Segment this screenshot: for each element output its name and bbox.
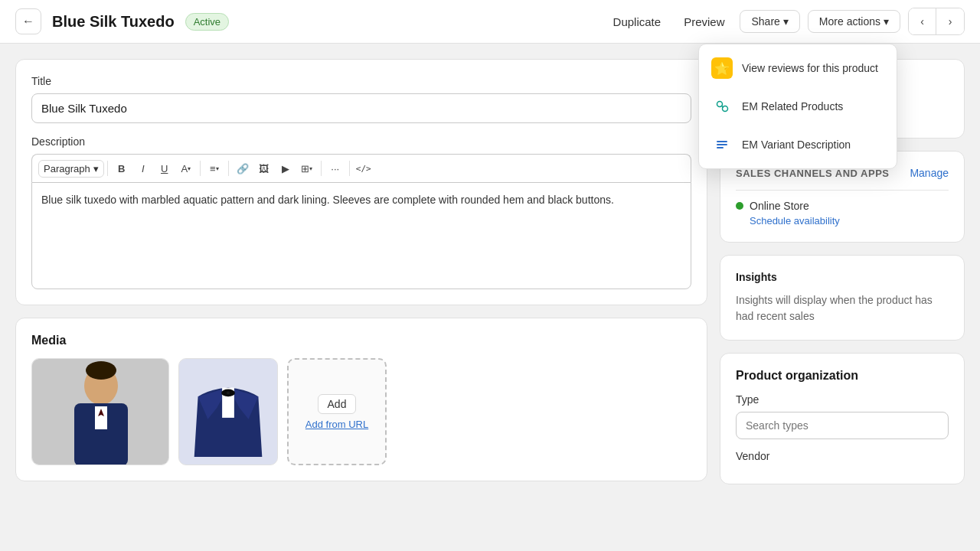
- media-grid: Add Add from URL: [31, 358, 691, 465]
- underline-button[interactable]: U: [154, 158, 175, 179]
- svg-point-10: [86, 361, 116, 380]
- top-bar: ← Blue Silk Tuxedo Active Duplicate Prev…: [0, 0, 980, 44]
- image-button[interactable]: 🖼: [253, 158, 275, 179]
- dropdown-item-reviews[interactable]: ⭐ View reviews for this product: [699, 49, 897, 87]
- toolbar-sep-2: [200, 161, 201, 176]
- duplicate-button[interactable]: Duplicate: [606, 11, 669, 33]
- svg-rect-2: [717, 141, 727, 142]
- channel-name-label: Online Store: [750, 200, 809, 212]
- source-button[interactable]: </>: [353, 158, 374, 179]
- more-actions-button[interactable]: More actions ▾: [808, 10, 900, 33]
- online-status-dot: [736, 202, 743, 210]
- preview-button[interactable]: Preview: [676, 11, 732, 33]
- toolbar-sep-5: [349, 161, 350, 176]
- description-editor[interactable]: Blue silk tuxedo with marbled aquatic pa…: [31, 182, 691, 289]
- star-icon: ⭐: [711, 57, 733, 79]
- description-label: Description: [31, 135, 691, 148]
- dropdown-item-related[interactable]: EM Related Products: [699, 87, 897, 126]
- title-input[interactable]: [31, 93, 691, 123]
- more-chevron-icon: ▾: [884, 15, 889, 28]
- bold-button[interactable]: B: [111, 158, 132, 179]
- manage-link[interactable]: Manage: [910, 167, 949, 179]
- media-section-title: Media: [31, 334, 691, 347]
- related-products-icon: [711, 96, 733, 117]
- media-item-1[interactable]: [31, 358, 169, 465]
- insights-description: Insights will display when the product h…: [736, 292, 949, 324]
- product-organization-card: Product organization Type Vendor: [720, 353, 965, 484]
- toolbar-sep-4: [321, 161, 322, 176]
- channel-item-online-store: Online Store Schedule availability: [736, 200, 949, 227]
- variant-description-icon: [711, 134, 733, 155]
- organization-title: Product organization: [736, 369, 949, 383]
- channel-name-row: Online Store: [736, 200, 949, 212]
- add-from-url-button[interactable]: Add from URL: [305, 419, 368, 430]
- share-button[interactable]: Share ▾: [740, 10, 799, 33]
- editor-toolbar: Paragraph ▾ B I U A▾ ≡▾ 🔗 🖼 ▶ ⊞▾ ··· </>: [31, 154, 691, 182]
- media-add-area[interactable]: Add Add from URL: [287, 358, 387, 465]
- media-card: Media: [15, 318, 707, 481]
- product-title: Blue Silk Tuxedo: [52, 13, 175, 31]
- divider-1: [736, 190, 949, 191]
- insights-title: Insights: [736, 271, 949, 283]
- more-button[interactable]: ···: [325, 158, 346, 179]
- dropdown-item-related-label: EM Related Products: [742, 100, 843, 112]
- left-column: Title Description Paragraph ▾ B I U A▾ ≡…: [15, 59, 707, 536]
- insights-card: Insights Insights will display when the …: [720, 255, 965, 341]
- share-chevron-icon: ▾: [783, 15, 789, 28]
- add-media-button[interactable]: Add: [318, 394, 357, 414]
- media-item-2[interactable]: [178, 358, 278, 465]
- schedule-availability-link[interactable]: Schedule availability: [750, 215, 949, 227]
- title-description-card: Title Description Paragraph ▾ B I U A▾ ≡…: [15, 59, 707, 305]
- more-actions-dropdown: ⭐ View reviews for this product EM Relat…: [698, 44, 897, 169]
- toolbar-sep-3: [228, 161, 229, 176]
- title-label: Title: [31, 75, 691, 87]
- dropdown-item-reviews-label: View reviews for this product: [742, 62, 878, 74]
- back-button[interactable]: ←: [15, 8, 41, 34]
- table-button[interactable]: ⊞▾: [296, 158, 318, 179]
- italic-button[interactable]: I: [132, 158, 154, 179]
- nav-arrows: ‹ ›: [908, 8, 965, 35]
- svg-rect-3: [717, 144, 727, 145]
- toolbar-sep-1: [107, 161, 108, 176]
- text-color-button[interactable]: A▾: [175, 158, 197, 179]
- dropdown-item-variant-label: EM Variant Description: [742, 139, 851, 151]
- paragraph-chevron-icon: ▾: [93, 163, 99, 174]
- vendor-label: Vendor: [736, 450, 949, 462]
- status-badge: Active: [185, 13, 229, 31]
- paragraph-select[interactable]: Paragraph ▾: [38, 160, 104, 178]
- type-search-input[interactable]: [736, 412, 949, 439]
- svg-point-14: [227, 391, 230, 394]
- align-button[interactable]: ≡▾: [204, 158, 225, 179]
- svg-rect-4: [717, 147, 724, 148]
- type-label: Type: [736, 393, 949, 406]
- video-button[interactable]: ▶: [275, 158, 296, 179]
- top-actions: Duplicate Preview Share ▾ More actions ▾…: [606, 8, 965, 35]
- link-button[interactable]: 🔗: [232, 158, 253, 179]
- dropdown-item-variant[interactable]: EM Variant Description: [699, 126, 897, 164]
- next-arrow-button[interactable]: ›: [936, 8, 964, 34]
- prev-arrow-button[interactable]: ‹: [909, 8, 936, 34]
